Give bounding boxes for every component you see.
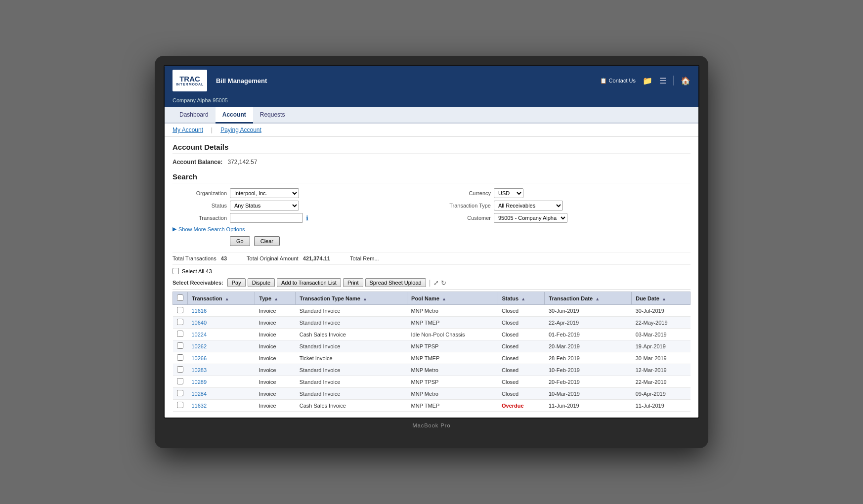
row-type: Invoice	[255, 400, 296, 412]
transaction-link[interactable]: 10283	[192, 367, 207, 373]
row-transaction: 11616	[188, 305, 255, 317]
row-checkbox[interactable]	[177, 319, 183, 325]
expand-icon[interactable]: ⤢	[433, 279, 439, 287]
row-checkbox[interactable]	[177, 307, 183, 313]
contact-icon: 📋	[600, 78, 607, 84]
select-all-checkbox[interactable]	[173, 268, 179, 274]
txn-type-select[interactable]: All Receivables	[494, 201, 563, 210]
row-status: Closed	[498, 376, 545, 388]
header-right: 📋 Contact Us 📁 ☰ 🏠	[600, 76, 690, 85]
row-checkbox[interactable]	[177, 331, 183, 337]
col-transaction[interactable]: Transaction ▲	[188, 292, 255, 305]
row-txn-date: 01-Feb-2019	[545, 329, 632, 340]
go-button[interactable]: Go	[230, 236, 250, 246]
table-row: 10289 Invoice Standard Invoice MNP TPSP …	[173, 376, 690, 388]
row-txn-type-name: Standard Invoice	[296, 317, 407, 329]
col-status[interactable]: Status ▲	[498, 292, 545, 305]
status-select[interactable]: Any Status	[230, 201, 299, 210]
clear-button[interactable]: Clear	[254, 236, 280, 246]
status-row: Status Any Status	[173, 201, 427, 210]
customer-select[interactable]: 95005 - Company Alpha	[494, 213, 567, 223]
currency-select[interactable]: USD	[494, 188, 523, 198]
row-pool-name: MNP Metro	[407, 388, 498, 400]
transaction-row: Transaction ℹ	[173, 213, 427, 223]
col-type[interactable]: Type ▲	[255, 292, 296, 305]
row-checkbox-cell[interactable]	[173, 376, 188, 388]
row-txn-type-name: Cash Sales Invoice	[296, 329, 407, 340]
print-button[interactable]: Print	[343, 278, 363, 287]
row-due-date: 12-Mar-2019	[632, 364, 690, 376]
row-transaction: 10262	[188, 340, 255, 352]
laptop-base: MacBook Pro	[164, 419, 699, 428]
row-checkbox[interactable]	[177, 390, 183, 396]
transaction-link[interactable]: 10640	[192, 320, 207, 326]
sub-nav-my-account[interactable]: My Account	[173, 126, 203, 133]
tab-account[interactable]: Account	[216, 107, 253, 124]
col-txn-date[interactable]: Transaction Date ▲	[545, 292, 632, 305]
transaction-link[interactable]: 11632	[192, 403, 207, 409]
row-checkbox[interactable]	[177, 378, 183, 384]
row-status: Closed	[498, 340, 545, 352]
row-checkbox[interactable]	[177, 342, 183, 349]
row-checkbox[interactable]	[177, 366, 183, 373]
app-title: Bill Management	[216, 77, 267, 84]
refresh-icon[interactable]: ↻	[441, 279, 446, 287]
col-due-date[interactable]: Due Date ▲	[632, 292, 690, 305]
transaction-link[interactable]: 10224	[192, 332, 207, 337]
row-checkbox[interactable]	[177, 402, 183, 408]
txn-type-label: Transaction Type	[436, 203, 491, 209]
transaction-link[interactable]: 11616	[192, 308, 207, 314]
nav-tabs: Dashboard Account Requests	[165, 107, 698, 124]
status-label: Status	[173, 203, 227, 209]
row-checkbox-cell[interactable]	[173, 364, 188, 376]
sort-transaction-icon: ▲	[225, 296, 229, 301]
transaction-link[interactable]: 10284	[192, 391, 207, 397]
contact-us-link[interactable]: 📋 Contact Us	[600, 78, 636, 84]
home-icon[interactable]: 🏠	[681, 76, 690, 85]
folder-icon[interactable]: 📁	[643, 76, 652, 85]
info-icon[interactable]: ℹ	[306, 214, 308, 222]
row-txn-type-name: Standard Invoice	[296, 340, 407, 352]
search-section: Search Organization Interpool, Inc. Stat…	[173, 172, 690, 246]
show-more-link[interactable]: ▶ Show More Search Options	[173, 226, 690, 232]
logo: TRAC INTERMODAL	[173, 70, 207, 91]
row-checkbox-cell[interactable]	[173, 400, 188, 412]
col-txn-type-name[interactable]: Transaction Type Name ▲	[296, 292, 407, 305]
org-select[interactable]: Interpool, Inc.	[230, 188, 299, 198]
transaction-input[interactable]	[230, 213, 303, 223]
balance-value: 372,142.57	[227, 159, 257, 166]
row-checkbox-cell[interactable]	[173, 305, 188, 317]
table-row: 10262 Invoice Standard Invoice MNP TPSP …	[173, 340, 690, 352]
table-row: 10283 Invoice Standard Invoice MNP Metro…	[173, 364, 690, 376]
sub-nav-paying-account[interactable]: Paying Account	[220, 126, 261, 133]
row-checkbox-cell[interactable]	[173, 317, 188, 329]
row-checkbox[interactable]	[177, 354, 183, 361]
row-status: Closed	[498, 317, 545, 329]
row-checkbox-cell[interactable]	[173, 329, 188, 340]
tab-dashboard[interactable]: Dashboard	[173, 107, 216, 124]
transaction-link[interactable]: 10266	[192, 355, 207, 361]
transaction-link[interactable]: 10289	[192, 379, 207, 385]
add-to-transaction-list-button[interactable]: Add to Transaction List	[277, 278, 341, 287]
tab-requests[interactable]: Requests	[253, 107, 292, 124]
pay-button[interactable]: Pay	[227, 278, 246, 287]
row-checkbox-cell[interactable]	[173, 352, 188, 364]
row-checkbox-cell[interactable]	[173, 340, 188, 352]
row-checkbox-cell[interactable]	[173, 388, 188, 400]
spread-sheet-upload-button[interactable]: Spread Sheet Upload	[365, 278, 426, 287]
table-row: 10224 Invoice Cash Sales Invoice Idle No…	[173, 329, 690, 340]
table-row: 11616 Invoice Standard Invoice MNP Metro…	[173, 305, 690, 317]
transaction-link[interactable]: 10262	[192, 343, 207, 349]
row-transaction: 11632	[188, 400, 255, 412]
list-icon[interactable]: ☰	[659, 76, 666, 85]
row-status: Closed	[498, 352, 545, 364]
transaction-label: Transaction	[173, 215, 227, 221]
row-due-date: 19-Apr-2019	[632, 340, 690, 352]
col-pool-name[interactable]: Pool Name ▲	[407, 292, 498, 305]
table-container: Transaction ▲ Type ▲ Transaction Type Na…	[173, 292, 690, 412]
search-grid: Organization Interpool, Inc. Status Any …	[173, 188, 690, 223]
row-pool-name: Idle Non-Pool Chassis	[407, 329, 498, 340]
dispute-button[interactable]: Dispute	[248, 278, 275, 287]
table-select-all-checkbox[interactable]	[177, 294, 183, 301]
row-txn-type-name: Standard Invoice	[296, 364, 407, 376]
